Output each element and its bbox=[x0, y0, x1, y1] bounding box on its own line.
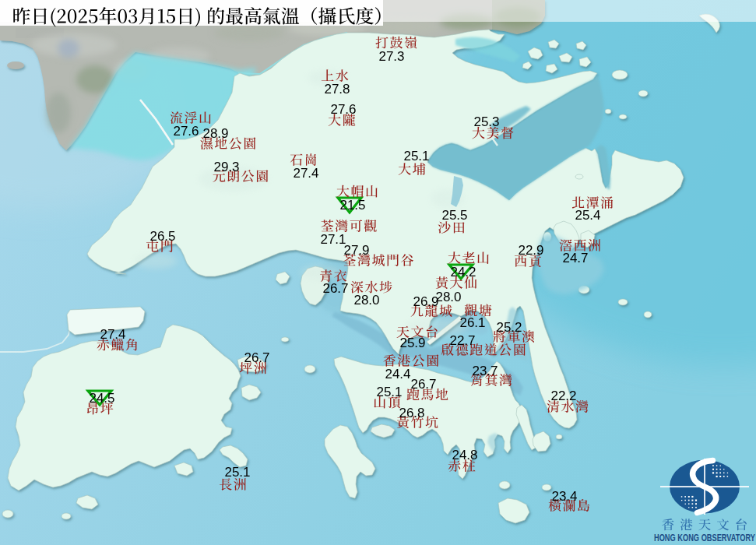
svg-text:21.5: 21.5 bbox=[339, 198, 365, 213]
svg-text:25.1: 25.1 bbox=[376, 385, 402, 399]
svg-text:22.7: 22.7 bbox=[449, 333, 475, 348]
svg-text:28.9: 28.9 bbox=[202, 126, 228, 141]
svg-text:25.4: 25.4 bbox=[575, 208, 600, 223]
svg-text:27.1: 27.1 bbox=[320, 232, 346, 247]
svg-text:25.2: 25.2 bbox=[496, 320, 522, 335]
svg-text:24.8: 24.8 bbox=[452, 448, 477, 462]
svg-text:26.5: 26.5 bbox=[149, 229, 175, 244]
svg-text:26.1: 26.1 bbox=[459, 315, 485, 330]
svg-text:25.1: 25.1 bbox=[403, 149, 429, 164]
svg-text:23.4: 23.4 bbox=[551, 489, 577, 504]
svg-text:26.8: 26.8 bbox=[399, 406, 424, 420]
svg-text:25.1: 25.1 bbox=[224, 465, 250, 480]
svg-text:27.3: 27.3 bbox=[378, 49, 404, 64]
svg-text:27.8: 27.8 bbox=[324, 82, 350, 97]
svg-text:26.7: 26.7 bbox=[410, 377, 436, 392]
svg-text:22.9: 22.9 bbox=[518, 243, 543, 258]
svg-text:27.4: 27.4 bbox=[293, 166, 318, 181]
svg-text:28.0: 28.0 bbox=[435, 290, 461, 304]
svg-text:27.6: 27.6 bbox=[173, 124, 199, 139]
svg-text:27.4: 27.4 bbox=[100, 327, 125, 342]
svg-text:26.7: 26.7 bbox=[322, 281, 348, 296]
svg-text:26.9: 26.9 bbox=[413, 294, 438, 309]
svg-text:25.3: 25.3 bbox=[473, 114, 499, 129]
svg-text:29.3: 29.3 bbox=[213, 160, 239, 174]
svg-text:25.5: 25.5 bbox=[441, 208, 467, 223]
svg-text:24.7: 24.7 bbox=[562, 251, 588, 265]
svg-text:25.9: 25.9 bbox=[399, 336, 425, 350]
svg-text:27.6: 27.6 bbox=[330, 102, 356, 117]
svg-text:27.9: 27.9 bbox=[343, 243, 369, 258]
svg-text:24.2: 24.2 bbox=[450, 265, 476, 280]
svg-text:22.2: 22.2 bbox=[550, 389, 576, 403]
svg-text:24.5: 24.5 bbox=[89, 391, 114, 406]
svg-text:26.7: 26.7 bbox=[244, 350, 269, 365]
svg-text:28.0: 28.0 bbox=[353, 293, 379, 308]
svg-text:23.7: 23.7 bbox=[472, 364, 498, 378]
svg-text:HONG KONG OBSERVATORY: HONG KONG OBSERVATORY bbox=[654, 532, 755, 543]
svg-text:24.4: 24.4 bbox=[385, 367, 410, 382]
